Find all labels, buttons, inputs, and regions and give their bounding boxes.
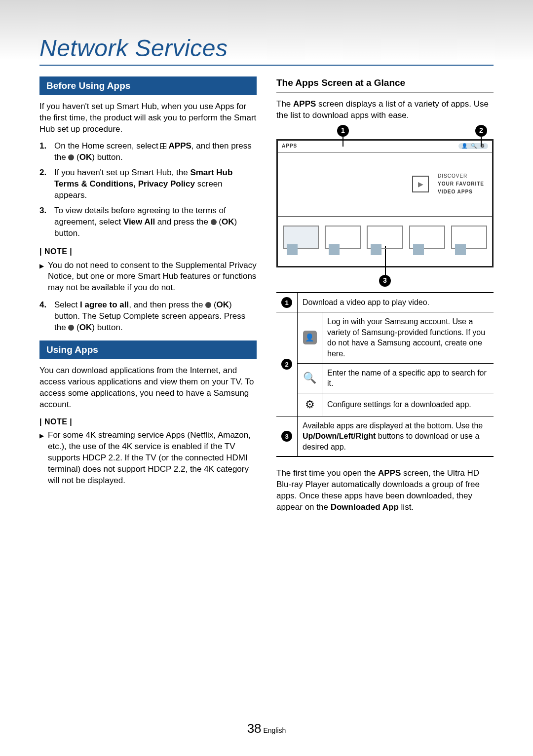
t: The <box>276 99 293 109</box>
legend-row-2c: ⚙ Configure settings for a downloaded ap… <box>276 393 494 416</box>
legend-text: Log in with your Samsung account. Use a … <box>322 312 494 363</box>
callout-line <box>343 137 343 147</box>
setup-steps: 1. On the Home screen, select APPS, and … <box>39 141 257 239</box>
callout-1: 1 <box>337 125 349 137</box>
t: Downloaded App <box>331 502 399 512</box>
legend-num-1: 1 <box>281 297 292 308</box>
tile-badge <box>455 244 466 255</box>
t: On the Home screen, select <box>54 141 160 151</box>
t: , and then press the <box>129 300 205 309</box>
t: (OK) button. <box>74 152 122 162</box>
page-number: 38 <box>247 721 262 736</box>
apps-label: APPS <box>282 143 297 150</box>
step-text: On the Home screen, select APPS, and the… <box>54 141 257 163</box>
step-1: 1. On the Home screen, select APPS, and … <box>39 141 257 163</box>
discover-text: DISCOVER YOUR FAVORITE VIDEO APPS <box>438 172 484 196</box>
ok-button-icon <box>211 219 217 225</box>
step-num: 3. <box>39 205 49 239</box>
note-item: ▶ For some 4K streaming service Apps (Ne… <box>39 430 257 487</box>
t: list. <box>399 502 414 512</box>
t: View All <box>123 217 155 227</box>
using-para: You can download applications from the I… <box>39 365 257 411</box>
apps-top-bar: APPS 👤 🔍 ⚙ <box>278 141 492 152</box>
note-header: | NOTE | <box>39 416 257 427</box>
note-header: | NOTE | <box>39 246 257 257</box>
callout-line <box>385 246 386 275</box>
account-icon: 👤 <box>303 331 317 344</box>
app-tile <box>451 226 487 249</box>
apps-screen-diagram: 1 2 3 APPS 👤 🔍 ⚙ ▶ DISCOVER <box>276 139 494 267</box>
left-column: Before Using Apps If you haven't set up … <box>39 76 257 519</box>
note-text: For some 4K streaming service Apps (Netf… <box>48 430 257 487</box>
app-tile <box>283 226 319 249</box>
apps-grid-icon <box>160 143 166 149</box>
t: DISCOVER <box>438 172 484 180</box>
legend-text: Configure settings for a downloaded app. <box>322 393 494 416</box>
content-columns: Before Using Apps If you haven't set up … <box>39 76 494 519</box>
t: The first time you open the <box>276 468 378 478</box>
step-text: Select I agree to all, and then press th… <box>54 300 257 334</box>
page-lang: English <box>263 726 286 734</box>
note-text: You do not need to consent to the Supple… <box>48 260 257 294</box>
step-num: 1. <box>39 141 49 163</box>
t: Up/Down/Left/Right <box>303 432 376 440</box>
search-icon: 🔍 <box>298 363 322 393</box>
before-using-apps-header: Before Using Apps <box>39 76 257 95</box>
before-para: If you haven't set up Smart Hub, when yo… <box>39 101 257 135</box>
legend-row-2b: 🔍 Enter the name of a specific app to se… <box>276 363 494 393</box>
glance-header: The Apps Screen at a Glance <box>276 76 494 93</box>
app-tile <box>367 226 403 249</box>
app-tile <box>409 226 445 249</box>
legend-text: Enter the name of a specific app to sear… <box>322 363 494 393</box>
app-tile <box>325 226 361 249</box>
legend-num-3: 3 <box>281 431 292 442</box>
step-3: 3. To view details before agreeing to th… <box>39 205 257 239</box>
step-4: 4. Select I agree to all, and then press… <box>39 300 257 334</box>
legend-row-3: 3 Available apps are displayed at the bo… <box>276 416 494 456</box>
t: VIDEO APPS <box>438 188 484 196</box>
callout-line <box>481 137 482 147</box>
legend-num-2: 2 <box>281 359 292 370</box>
right-column: The Apps Screen at a Glance The APPS scr… <box>276 76 494 519</box>
legend-text: Available apps are displayed at the bott… <box>298 416 494 456</box>
tile-badge <box>287 244 298 255</box>
t: Select <box>54 300 80 309</box>
tile-badge <box>329 244 340 255</box>
tile-badge <box>413 244 424 255</box>
t: If you haven't set up Smart Hub, the <box>54 168 190 177</box>
ok-button-icon <box>205 302 211 308</box>
t: YOUR FAVORITE <box>438 180 484 188</box>
t: I agree to all <box>80 300 129 309</box>
t: APPS <box>166 141 191 151</box>
using-apps-header: Using Apps <box>39 340 257 359</box>
callout-3: 3 <box>379 275 391 287</box>
legend-table: 1 Download a video app to play video. 2 … <box>276 292 494 457</box>
ok-button-icon <box>68 325 74 331</box>
ok-button-icon <box>68 154 74 160</box>
note-item: ▶ You do not need to consent to the Supp… <box>39 260 257 294</box>
apps-top-icons: 👤 🔍 ⚙ <box>458 143 488 149</box>
t: APPS <box>378 468 401 478</box>
step-num: 2. <box>39 167 49 201</box>
t: Available apps are displayed at the bott… <box>303 421 483 430</box>
step-text: If you haven't set up Smart Hub, the Sma… <box>54 167 257 201</box>
setup-steps-cont: 4. Select I agree to all, and then press… <box>39 300 257 334</box>
legend-row-2a: 2 👤 Log in with your Samsung account. Us… <box>276 312 494 363</box>
legend-text: Download a video app to play video. <box>298 293 494 312</box>
play-icon: ▶ <box>412 176 429 192</box>
callout-2: 2 <box>475 125 487 137</box>
account-icon: 👤 <box>461 144 468 149</box>
t: and press the <box>155 217 210 227</box>
bullet-icon: ▶ <box>39 260 44 294</box>
legend-row-1: 1 Download a video app to play video. <box>276 293 494 312</box>
page-footer: 38 English <box>0 721 533 736</box>
step-num: 4. <box>39 300 49 334</box>
t: (OK) button. <box>74 323 122 332</box>
page-title: Network Services <box>39 35 494 66</box>
gear-icon: ⚙ <box>298 393 322 416</box>
tile-badge <box>371 244 381 255</box>
step-text: To view details before agreeing to the t… <box>54 205 257 239</box>
glance-para: The APPS screen displays a list of a var… <box>276 99 494 121</box>
bullet-icon: ▶ <box>39 430 44 487</box>
step-2: 2. If you haven't set up Smart Hub, the … <box>39 167 257 201</box>
